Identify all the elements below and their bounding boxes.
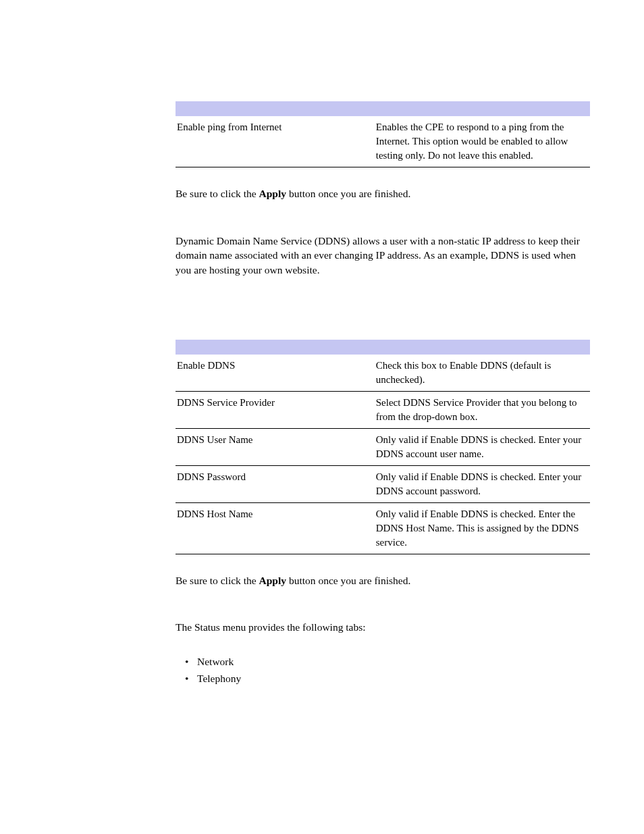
table-row: DDNS Host Name Only valid if Enable DDNS… xyxy=(176,502,590,554)
list-item: Telephony xyxy=(176,671,590,687)
table-row: Enable ping from Internet Enables the CP… xyxy=(176,116,590,167)
apply-button-label: Apply xyxy=(259,575,287,586)
table-row: DDNS User Name Only valid if Enable DDNS… xyxy=(176,428,590,465)
field-description: Check this box to Enable DDNS (default i… xyxy=(375,355,590,392)
field-name: Enable DDNS xyxy=(176,355,375,392)
field-description: Only valid if Enable DDNS is checked. En… xyxy=(375,502,590,554)
status-tabs-list: Network Telephony xyxy=(176,654,590,687)
field-name: DDNS Host Name xyxy=(176,502,375,554)
field-name: DDNS Service Provider xyxy=(176,391,375,428)
field-name: DDNS Password xyxy=(176,465,375,502)
table1-header xyxy=(176,101,590,116)
field-description: Enables the CPE to respond to a ping fro… xyxy=(375,116,590,167)
table2: Enable DDNS Check this box to Enable DDN… xyxy=(176,355,590,554)
field-name: DDNS User Name xyxy=(176,428,375,465)
table-row: Enable DDNS Check this box to Enable DDN… xyxy=(176,355,590,392)
apply-note-prefix: Be sure to click the xyxy=(176,575,259,586)
apply-note-suffix: button once you are finished. xyxy=(286,188,410,199)
ddns-intro: Dynamic Domain Name Service (DDNS) allow… xyxy=(176,234,590,278)
apply-note-prefix: Be sure to click the xyxy=(176,188,259,199)
table2-header xyxy=(176,340,590,355)
status-intro: The Status menu provides the following t… xyxy=(176,620,590,635)
table1: Enable ping from Internet Enables the CP… xyxy=(176,116,590,167)
apply-note-suffix: button once you are finished. xyxy=(286,575,410,586)
table-row: DDNS Service Provider Select DDNS Servic… xyxy=(176,391,590,428)
apply-note-2: Be sure to click the Apply button once y… xyxy=(176,573,590,588)
field-name: Enable ping from Internet xyxy=(176,116,375,167)
field-description: Only valid if Enable DDNS is checked. En… xyxy=(375,428,590,465)
table-row: DDNS Password Only valid if Enable DDNS … xyxy=(176,465,590,502)
list-item: Network xyxy=(176,654,590,671)
field-description: Only valid if Enable DDNS is checked. En… xyxy=(375,465,590,502)
apply-note-1: Be sure to click the Apply button once y… xyxy=(176,186,590,201)
field-description: Select DDNS Service Provider that you be… xyxy=(375,391,590,428)
apply-button-label: Apply xyxy=(259,188,287,199)
